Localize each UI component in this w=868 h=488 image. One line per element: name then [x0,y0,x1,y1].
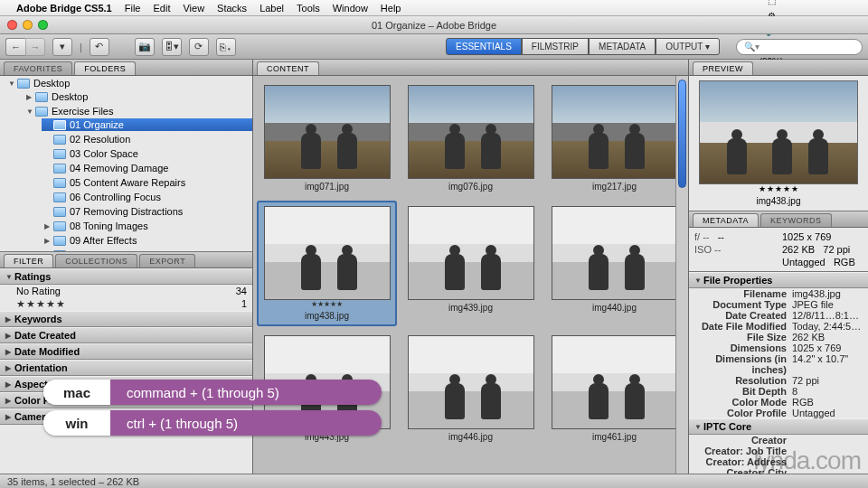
center-tabs: CONTENT [253,60,688,76]
metadata-row: Date File ModifiedToday, 2:44:53 PM [689,321,868,332]
thumb-image [408,206,534,300]
tree-label: 04 Removing Damage [70,163,168,174]
workspace-output[interactable]: OUTPUT ▾ [656,38,720,55]
filter-section[interactable]: ▶Orientation [0,360,252,376]
preview-rating: ★★★★★ [759,184,799,193]
tree-label: 01 Organize [70,119,124,130]
metadata-summary: f/ -- -- 1025 x 769 ISO -- 262 KB 72 ppi… [689,228,868,272]
tree-item[interactable]: 04 Removing Damage [42,162,252,174]
tree-item[interactable]: ▶Desktop [24,90,252,103]
metadata-row: Color ProfileUntagged [689,408,868,418]
minimize-window-button[interactable] [23,20,33,30]
tree-item[interactable]: ▶09 After Effects [42,234,252,247]
left-top-tabs: FAVORITES FOLDERS [0,60,252,76]
thumbnail[interactable]: img439.jpg [401,201,541,326]
thumbnail[interactable]: ★★★★★img438.jpg [257,201,397,326]
metadata-section-iptc[interactable]: ▼IPTC Core [689,418,868,435]
thumb-rating: ★★★★★ [311,300,343,308]
tree-item[interactable]: 05 Content Aware Repairs [42,176,252,189]
menu-file[interactable]: File [125,3,141,14]
refresh-button[interactable]: ⟳ [189,38,209,56]
left-bottom-tabs: FILTER COLLECTIONS EXPORT [0,252,252,268]
tab-keywords[interactable]: KEYWORDS [760,213,832,227]
tree-item[interactable]: ▼Desktop [5,77,252,89]
nav-forward-button[interactable]: → [25,38,45,56]
thumbnail[interactable]: img446.jpg [401,330,541,447]
metadata-row: Filenameimg438.jpg [689,288,868,299]
tree-item[interactable]: 02 Resolution [42,133,252,145]
menu-tools[interactable]: Tools [297,3,320,14]
search-input[interactable]: 🔍▾ [736,39,863,55]
workspace-metadata[interactable]: METADATA [589,38,656,55]
output-button[interactable]: ⎘▾ [216,38,236,56]
filter-section[interactable]: ▶Date Modified [0,343,252,360]
tree-item[interactable]: 01 Organize [42,118,252,131]
tab-content[interactable]: CONTENT [257,61,319,75]
filter-section-ratings[interactable]: ▼Ratings [0,268,252,285]
filter-section[interactable]: ▶Date Created [0,327,252,343]
menu-help[interactable]: Help [381,3,401,14]
tree-item[interactable]: 03 Color Space [42,147,252,160]
thumb-image [264,206,391,300]
workspace-switcher: ESSENTIALS FILMSTRIP METADATA OUTPUT ▾ [446,38,720,55]
tab-favorites[interactable]: FAVORITES [4,61,72,75]
content-scrollbar[interactable] [675,76,688,474]
metadata-row: Document TypeJPEG file [689,299,868,310]
tab-metadata[interactable]: METADATA [693,213,759,227]
tree-item[interactable]: ▼Exercise Files [24,105,252,117]
menu-stacks[interactable]: Stacks [217,3,247,14]
thumbnail[interactable]: img440.jpg [544,201,684,326]
metadata-row[interactable]: Creator [689,435,868,446]
shortcut-callout: mac command + (1 through 5) win ctrl + (… [43,380,382,441]
workspace-essentials[interactable]: ESSENTIALS [446,38,522,55]
filter-section[interactable]: ▶Keywords [0,311,252,327]
tab-folders[interactable]: FOLDERS [74,61,136,75]
tree-label: 05 Content Aware Repairs [70,177,185,188]
tree-item[interactable]: 06 Controlling Focus [42,191,252,203]
filter-row[interactable]: No Rating34 [0,285,252,297]
tab-filter[interactable]: FILTER [4,254,53,267]
workspace-filmstrip[interactable]: FILMSTRIP [522,38,589,55]
boomerang-button[interactable]: ↶ [90,38,109,56]
nav-history-button[interactable]: ▾ [52,38,72,56]
refine-button[interactable]: 🎛▾ [162,38,182,56]
tree-label: 08 Toning Images [70,221,148,231]
metadata-row: Dimensions (in inches)14.2" x 10.7" [689,353,868,375]
metadata-section-fileprops[interactable]: ▼File Properties [689,272,868,288]
tab-export[interactable]: EXPORT [139,254,195,267]
tab-preview[interactable]: PREVIEW [693,61,753,75]
metadata-row: Date Created12/8/11…8:11 PM [689,310,868,321]
menu-window[interactable]: Window [333,3,368,14]
thumbnail[interactable]: img076.jpg [401,80,541,197]
thumb-image [552,206,678,300]
tree-label: Exercise Files [52,106,113,117]
menubar-app-name[interactable]: Adobe Bridge CS5.1 [16,3,112,14]
thumb-image [552,335,678,429]
camera-import-button[interactable]: 📷 [135,38,155,56]
tab-collections[interactable]: COLLECTIONS [55,254,137,267]
mac-menubar: Adobe Bridge CS5.1 File Edit View Stacks… [0,0,868,16]
thumb-image [264,85,391,179]
thumb-filename: img439.jpg [448,303,493,313]
close-window-button[interactable] [7,20,17,30]
menu-view[interactable]: View [183,3,204,14]
tree-item[interactable]: 07 Removing Distractions [42,205,252,218]
menu-label[interactable]: Label [259,3,284,14]
window-titlebar: 01 Organize – Adobe Bridge [0,16,868,34]
meta-size: 262 KB 72 ppi [782,244,863,255]
thumbnail[interactable]: img071.jpg [257,80,397,197]
thumbnail[interactable]: img461.jpg [544,330,684,447]
thumb-filename: img461.jpg [592,432,637,442]
thumbnail[interactable]: img217.jpg [544,80,684,197]
callout-tag: win [43,410,110,436]
nav-back-button[interactable]: ← [5,38,25,56]
search-icon: 🔍▾ [744,42,760,52]
menu-edit[interactable]: Edit [153,3,170,14]
filter-row[interactable]: ★★★★★1 [0,297,252,311]
scrollbar-thumb[interactable] [678,80,686,188]
callout-text: command + (1 through 5) [110,380,382,405]
zoom-window-button[interactable] [38,20,48,30]
tree-item[interactable]: ▶08 Toning Images [42,220,252,232]
tree-label: 02 Resolution [70,134,130,145]
preview-image[interactable] [699,80,858,184]
